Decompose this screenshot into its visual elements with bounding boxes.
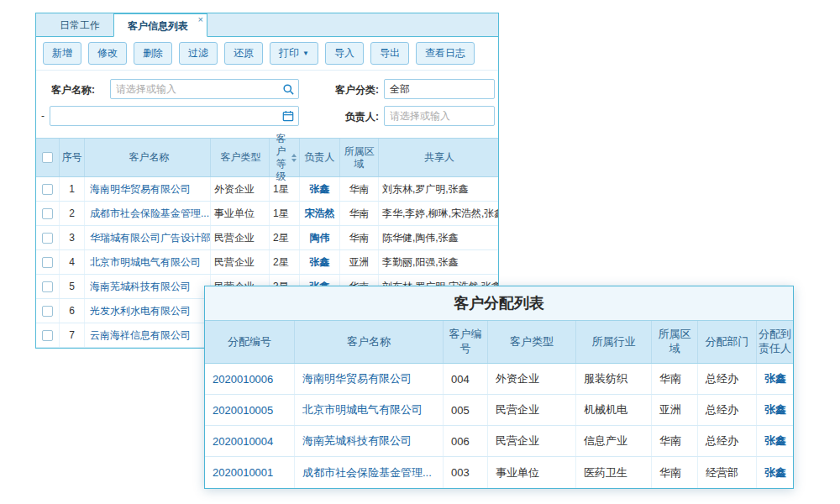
row-checkbox[interactable] (42, 330, 53, 341)
customer-name-link[interactable]: 北京市明城电气有限公司 (85, 250, 211, 274)
owner-link[interactable]: 张鑫 (300, 177, 340, 201)
column-header-no: 序号 (60, 139, 85, 176)
column-header-customer-name: 客户名称 (85, 139, 211, 176)
allocation-no-link[interactable]: 2020010006 (205, 364, 295, 394)
industry-cell: 机械机电 (576, 395, 652, 425)
row-number: 1 (60, 177, 85, 201)
customer-type-cell: 外资企业 (488, 364, 576, 394)
select-all-checkbox[interactable] (42, 152, 53, 163)
customer-allocation-panel: 客户分配列表 分配编号 客户名称 客户编号 客户类型 所属行业 所属区域 分配部… (204, 286, 794, 489)
filter-button[interactable]: 过滤 (179, 42, 218, 65)
customer-type-cell: 民营企业 (211, 226, 270, 249)
row-number: 5 (60, 275, 85, 298)
date-range-separator: - (41, 110, 45, 122)
import-button[interactable]: 导入 (325, 42, 364, 65)
customer-level-cell: 2星 (270, 226, 300, 249)
customer-name-label: 客户名称: (51, 83, 95, 97)
customer-category-label: 客户分类: (318, 83, 379, 97)
assignee-link[interactable]: 张鑫 (757, 457, 793, 488)
column-header-label: 客户等级 (273, 133, 289, 183)
region-cell: 华南 (340, 177, 379, 201)
customer-category-input[interactable] (384, 79, 495, 99)
search-icon[interactable] (281, 82, 295, 96)
department-cell: 总经办 (698, 364, 757, 394)
modify-button[interactable]: 修改 (88, 42, 127, 65)
owner-link[interactable]: 宋浩然 (300, 202, 340, 225)
customer-no-cell: 005 (444, 395, 488, 425)
customer-name-link[interactable]: 光发水利水电有限公司 (85, 299, 211, 323)
customer-name-link[interactable]: 成都市社会保险基金管理... (295, 457, 444, 488)
table-header-row: 序号 客户名称 客户类型 客户等级 负责人 所属区域 共享人 (36, 138, 498, 177)
customer-name-input[interactable] (110, 79, 299, 99)
column-header-customer-type: 客户类型 (211, 139, 270, 176)
customer-name-link[interactable]: 海南芜城科技有限公司 (295, 426, 444, 456)
customer-name-link[interactable]: 北京市明城电气有限公司 (295, 395, 444, 425)
chevron-down-icon: ▼ (302, 50, 309, 57)
row-checkbox[interactable] (42, 233, 53, 244)
column-header-region: 所属区域 (340, 139, 379, 176)
row-checkbox[interactable] (42, 257, 53, 268)
column-header-region: 所属区域 (652, 321, 698, 363)
owner-link[interactable]: 陶伟 (300, 226, 340, 249)
row-checkbox[interactable] (42, 306, 53, 317)
tab-customer-info-list[interactable]: 客户信息列表 × (113, 13, 207, 37)
customer-type-cell: 外资企业 (211, 177, 270, 201)
shared-people-cell: 陈华健,陶伟,张鑫 (379, 226, 498, 249)
filter-area: 客户名称: 客户分类: - 负责人: (36, 71, 498, 138)
allocation-no-link[interactable]: 2020010001 (205, 457, 295, 488)
customer-name-link[interactable]: 海南明华贸易有限公司 (295, 364, 444, 394)
customer-name-link[interactable]: 华瑞城有限公司广告设计部 (85, 226, 211, 249)
row-number: 6 (60, 299, 85, 323)
page-title: 客户分配列表 (205, 286, 793, 320)
customer-no-cell: 003 (444, 457, 488, 488)
row-checkbox[interactable] (42, 184, 53, 195)
tab-bar: 日常工作 客户信息列表 × (36, 13, 498, 37)
column-header-customer-level[interactable]: 客户等级 (270, 139, 300, 176)
print-label: 打印 (279, 46, 299, 60)
region-cell: 华南 (340, 202, 379, 225)
assignee-link[interactable]: 张鑫 (757, 426, 793, 456)
calendar-icon[interactable] (281, 109, 295, 123)
customer-type-cell: 事业单位 (211, 202, 270, 225)
close-icon[interactable]: × (198, 15, 203, 24)
region-cell: 亚洲 (652, 395, 698, 425)
allocation-no-link[interactable]: 2020010005 (205, 395, 295, 425)
restore-button[interactable]: 还原 (224, 42, 263, 65)
customer-name-link[interactable]: 云南海祥信息有限公司 (85, 323, 211, 347)
column-header-assignee: 分配到责任人 (757, 321, 793, 363)
shared-people-cell: 李华,李婷,柳琳,宋浩然,张鑫 (379, 202, 498, 225)
table-row: 1 海南明华贸易有限公司 外资企业 1星 张鑫 华南 刘东林,罗广明,张鑫 (36, 177, 498, 202)
export-button[interactable]: 导出 (370, 42, 409, 65)
industry-cell: 信息产业 (576, 426, 652, 456)
row-checkbox[interactable] (42, 281, 53, 292)
assignee-link[interactable]: 张鑫 (757, 364, 793, 394)
customer-type-cell: 民营企业 (211, 250, 270, 274)
date-input[interactable] (50, 106, 299, 126)
table-row: 2 成都市社会保险基金管理... 事业单位 1星 宋浩然 华南 李华,李婷,柳琳… (36, 202, 498, 226)
industry-cell: 服装纺织 (576, 364, 652, 394)
row-checkbox[interactable] (42, 208, 53, 219)
owner-input[interactable] (384, 106, 495, 126)
customer-type-cell: 民营企业 (488, 395, 576, 425)
column-header-department: 分配部门 (698, 321, 757, 363)
row-number: 7 (60, 323, 85, 347)
column-header-alloc-no: 分配编号 (205, 321, 295, 363)
view-log-button[interactable]: 查看日志 (416, 42, 475, 65)
add-button[interactable]: 新增 (43, 42, 81, 65)
column-header-customer-name: 客户名称 (295, 321, 444, 363)
owner-link[interactable]: 张鑫 (300, 250, 340, 274)
table-row: 4 北京市明城电气有限公司 民营企业 2星 张鑫 亚洲 李勤丽,阳强,张鑫 (36, 250, 498, 275)
print-button[interactable]: 打印 ▼ (270, 42, 318, 65)
allocation-table-row: 2020010005 北京市明城电气有限公司 005 民营企业 机械机电 亚洲 … (205, 395, 793, 426)
region-cell: 华南 (652, 457, 698, 488)
delete-button[interactable]: 删除 (134, 42, 172, 65)
assignee-link[interactable]: 张鑫 (757, 395, 793, 425)
tab-label: 客户信息列表 (128, 20, 188, 32)
region-cell: 华南 (652, 364, 698, 394)
customer-name-link[interactable]: 海南芜城科技有限公司 (85, 275, 211, 298)
allocation-no-link[interactable]: 2020010004 (205, 426, 295, 456)
owner-label: 负责人: (318, 110, 379, 124)
customer-name-link[interactable]: 成都市社会保险基金管理... (85, 202, 211, 225)
customer-name-link[interactable]: 海南明华贸易有限公司 (85, 177, 211, 201)
tab-daily-work[interactable]: 日常工作 (46, 13, 113, 36)
